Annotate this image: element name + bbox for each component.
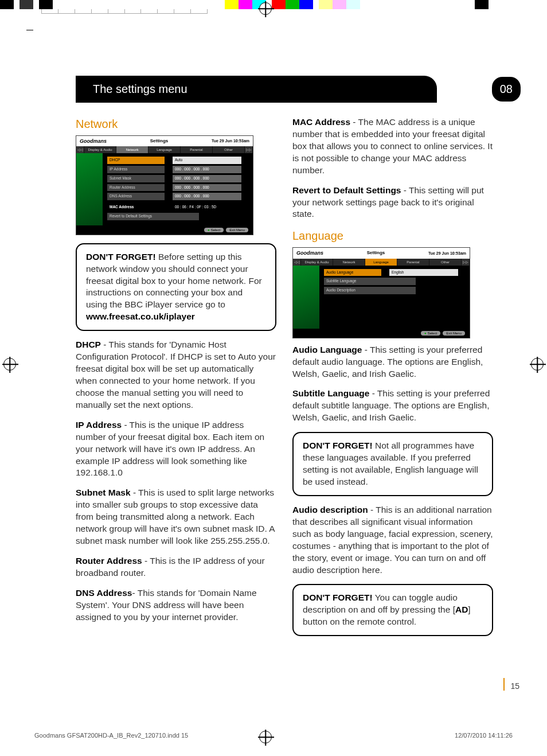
term: DHCP: [76, 340, 101, 349]
language-heading: Language: [292, 228, 493, 244]
setting-label: IP Address: [107, 166, 165, 173]
tab-active: Language: [365, 259, 397, 266]
shot-tabs: ◁◁ Display & Audio Network Language Pare…: [293, 259, 470, 266]
shot-title: Settings: [107, 138, 212, 145]
setting-label: Subnet Mask: [107, 175, 165, 182]
language-screenshot: Goodmans Settings Tue 29 Jun 10:53am ◁◁ …: [292, 247, 470, 338]
shot-datetime: Tue 29 Jun 10:53am: [428, 251, 466, 256]
shot-footer: SelectExit Menu: [293, 329, 470, 338]
tab: Language: [149, 146, 181, 153]
setting-label: Audio Language: [324, 269, 381, 276]
setting-value: 000 . 000 . 000 . 000: [173, 193, 241, 200]
registration-mark-icon: [259, 2, 272, 15]
page-title: The settings menu: [76, 76, 437, 103]
term: Audio Language: [292, 345, 362, 354]
registration-mark-icon: [259, 731, 272, 743]
tab: Display & Audio: [84, 146, 116, 153]
page-number: 15: [503, 678, 519, 691]
dont-forget-callout: DON'T FORGET! Before setting up this net…: [76, 243, 276, 332]
network-screenshot: Goodmans Settings Tue 29 Jun 10:53am ◁◁ …: [76, 135, 253, 235]
tab-active: Network: [116, 146, 149, 153]
term: Audio description: [292, 505, 368, 515]
tab: Parental: [181, 146, 213, 153]
tab: Other: [213, 146, 245, 153]
callout-lead: DON'T FORGET!: [86, 252, 156, 262]
callout-lead: DON'T FORGET!: [303, 441, 373, 450]
shot-tabs: ◁◁ Display & Audio Network Language Pare…: [76, 146, 253, 153]
body-text: - This is an additional narration that d…: [292, 505, 493, 575]
setting-value: Auto: [173, 157, 241, 164]
setting-label: DNS Address: [107, 193, 165, 200]
term: Revert to Default Settings: [292, 185, 401, 195]
setting-value: 00 : 06 : F4 : 0F : 03 : 5D: [173, 204, 241, 211]
tab: Other: [429, 259, 462, 266]
term: Router Address: [76, 556, 142, 566]
body-text: - This stands for 'Dynamic Host Configur…: [76, 340, 276, 410]
term: Subnet Mask: [76, 488, 131, 497]
greyscale-strip: [41, 9, 208, 14]
setting-value: 000 . 000 . 000 . 000: [173, 166, 241, 173]
dont-forget-callout: DON'T FORGET! Not all programmes have th…: [292, 432, 493, 496]
network-heading: Network: [76, 116, 276, 132]
term: Subtitle Language: [292, 388, 369, 398]
shot-sidebar-graphic: [76, 153, 103, 225]
shot-datetime: Tue 29 Jun 10:53am: [212, 138, 249, 143]
term: MAC Address: [292, 117, 350, 127]
setting-value: 000 . 000 . 000 . 000: [173, 184, 241, 192]
indesign-slug: Goodmans GFSAT200HD-A_IB_Rev2_120710.ind…: [34, 732, 188, 739]
setting-value: English: [389, 269, 458, 276]
brand-logo: Goodmans: [80, 138, 107, 145]
setting-label: Subtitle Language: [324, 278, 416, 285]
setting-value: 000 . 000 . 000 . 000: [173, 175, 241, 182]
section-number-badge: 08: [492, 77, 521, 102]
callout-link: www.freesat.co.uk/iplayer: [86, 311, 195, 321]
shot-footer: SelectExit Menu: [76, 225, 253, 235]
setting-label: DHCP: [107, 157, 165, 164]
callout-lead: DON'T FORGET!: [303, 593, 373, 602]
tab: Parental: [397, 259, 429, 266]
brand-logo: Goodmans: [296, 250, 323, 256]
setting-label: Audio Description: [324, 287, 416, 294]
dont-forget-callout: DON'T FORGET! You can toggle audio descr…: [292, 584, 493, 636]
crop-mark: [26, 30, 33, 30]
shot-sidebar-graphic: [293, 266, 319, 329]
setting-label: Revert to Default Settings: [107, 213, 199, 220]
term: DNS Address: [76, 588, 132, 598]
tab: Network: [333, 259, 365, 266]
ad-button-label: AD: [455, 605, 468, 614]
setting-label: Router Address: [107, 184, 165, 192]
setting-label: MAC Address: [107, 204, 165, 211]
tab: Display & Audio: [301, 259, 333, 266]
shot-title: Settings: [323, 250, 428, 256]
indesign-slug-date: 12/07/2010 14:11:26: [455, 732, 513, 739]
registration-mark-icon: [531, 358, 544, 371]
term: IP Address: [76, 420, 122, 430]
registration-mark-icon: [3, 358, 16, 371]
